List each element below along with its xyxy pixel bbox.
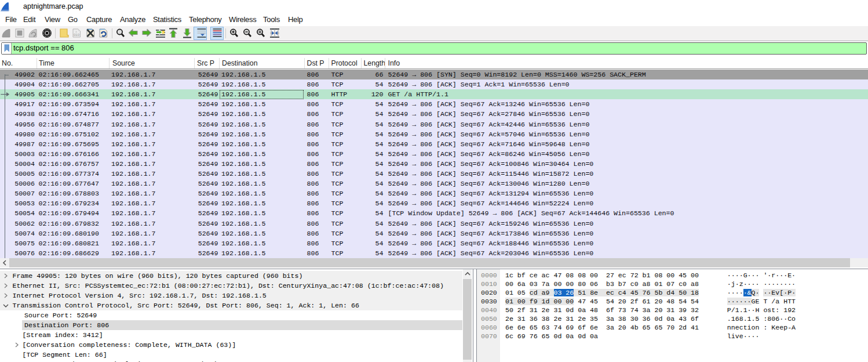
svg-text:010: 010 bbox=[73, 33, 79, 37]
